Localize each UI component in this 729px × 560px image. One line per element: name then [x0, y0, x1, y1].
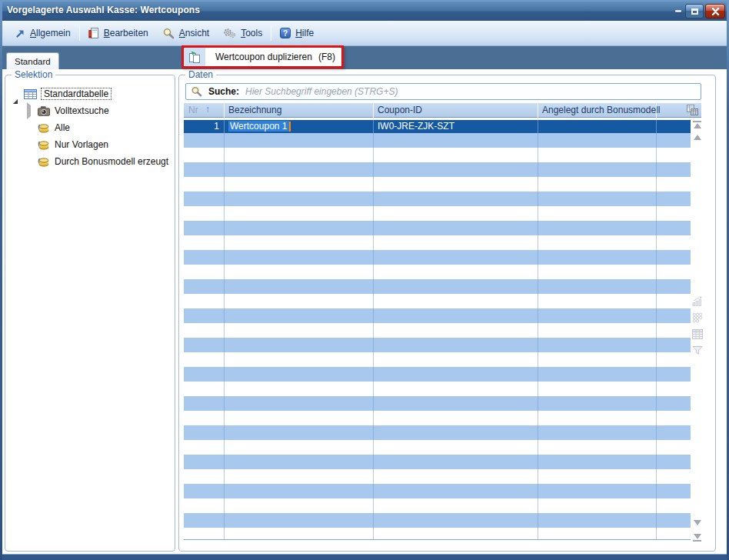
grid-line — [224, 120, 225, 540]
menu-allgemein-label: Allgemein — [30, 28, 71, 38]
close-button[interactable] — [705, 4, 725, 18]
column-separator[interactable] — [224, 103, 225, 118]
column-chooser-button[interactable] — [686, 104, 699, 116]
selektion-panel: Selektion Standardtabelle Volltextsuche — [5, 75, 175, 552]
app-window: Vorgelagerte Auswahl Kasse: Wertcoupons … — [0, 0, 729, 560]
scroll-to-top-button[interactable] — [692, 121, 702, 128]
menu-hilfe[interactable]: ? Hilfe — [273, 25, 321, 42]
menu-separator — [271, 25, 271, 41]
search-placeholder: Hier Suchbegriff eingeben (STRG+S) — [245, 86, 398, 97]
coin-icon — [38, 123, 49, 133]
column-separator[interactable] — [373, 103, 374, 118]
chart-view-icon[interactable] — [692, 295, 702, 306]
minimize-icon — [675, 10, 681, 12]
cell-bezeichnung[interactable]: Wertcoupon 1 — [228, 121, 291, 132]
menu-allgemein[interactable]: Allgemein — [8, 25, 78, 42]
scroll-to-bottom-button[interactable] — [692, 534, 702, 542]
search-label: Suche: — [208, 86, 239, 97]
filter-funnel-icon[interactable] — [692, 345, 702, 355]
text-caret — [289, 122, 291, 132]
camera-icon — [38, 106, 50, 116]
context-menu-item-label: Wertcoupon duplizieren — [215, 52, 312, 62]
scroll-up-button[interactable] — [692, 135, 702, 140]
column-chooser-icon — [686, 104, 699, 116]
daten-panel: Daten Suche: Hier Suchbegriff eingeben (… — [178, 75, 716, 552]
cell-separator — [373, 120, 374, 133]
scroll-down-button[interactable] — [692, 520, 702, 525]
coin-icon — [38, 140, 49, 150]
tree-expanded-icon[interactable] — [13, 88, 18, 99]
magnifier-icon — [162, 28, 175, 39]
window-controls — [673, 4, 725, 18]
tree-item-nur-vorlagen-label: Nur Vorlagen — [55, 139, 108, 150]
search-icon — [191, 86, 202, 97]
window-bottom-frame — [2, 554, 727, 560]
selektion-title: Selektion — [12, 69, 55, 80]
grid-view-icon[interactable] — [692, 329, 702, 339]
cell-nr: 1 — [184, 121, 224, 132]
cell-separator — [224, 120, 225, 133]
help-icon: ? — [280, 28, 291, 38]
menu-tools[interactable]: Tools — [216, 25, 269, 42]
menu-bearbeiten[interactable]: Bearbeiten — [82, 24, 155, 42]
tree-item-nur-vorlagen[interactable]: Nur Vorlagen — [5, 137, 175, 152]
menu-hilfe-label: Hilfe — [295, 28, 314, 38]
table-scroll-strip — [691, 118, 703, 540]
tree-item-standardtabelle[interactable]: Standardtabelle — [5, 86, 175, 102]
menu-tools-label: Tools — [241, 28, 262, 38]
table-row-selected[interactable]: 1 Wertcoupon 1 IW0-JRE-ZJK-SZT — [184, 120, 691, 133]
menu-bearbeiten-label: Bearbeiten — [104, 28, 148, 38]
tree-item-volltextsuche[interactable]: Volltextsuche — [5, 103, 175, 118]
context-menu-item-wertcoupon-duplizieren[interactable]: Wertcoupon duplizieren (F8) — [181, 45, 344, 68]
tree-item-alle[interactable]: Alle — [5, 120, 175, 135]
cell-separator — [538, 120, 538, 133]
duplicate-icon — [188, 51, 201, 63]
grid-line — [538, 120, 538, 540]
menu-separator — [79, 25, 80, 41]
table-header: Nr ↑ Bezeichnung Coupon-ID Angelegt durc… — [184, 103, 701, 118]
table-bottom-border — [184, 539, 691, 540]
column-header-coupon-id[interactable]: Coupon-ID — [378, 105, 422, 115]
titlebar[interactable]: Vorgelagerte Auswahl Kasse: Wertcoupons — [2, 2, 727, 21]
restore-icon — [691, 8, 698, 15]
menubar: Allgemein Bearbeiten Ansicht — [2, 21, 727, 46]
minimize-button[interactable] — [673, 4, 684, 18]
arrow-up-right-icon — [15, 28, 25, 38]
context-menu-icon-cell — [184, 48, 205, 66]
edit-page-icon — [88, 27, 99, 39]
tree-item-durch-bonusmodell-erzeugt[interactable]: Durch Bonusmodell erzeugt — [5, 154, 175, 169]
tree-item-alle-label: Alle — [55, 122, 70, 133]
window-title: Vorgelagerte Auswahl Kasse: Wertcoupons — [7, 5, 200, 15]
menu-ansicht-label: Ansicht — [179, 28, 209, 38]
dots-grid-icon[interactable] — [692, 312, 702, 323]
cell-separator — [656, 120, 657, 133]
menu-ansicht[interactable]: Ansicht — [155, 25, 216, 42]
restore-button[interactable] — [685, 4, 704, 18]
sort-ascending-icon[interactable]: ↑ — [205, 104, 210, 115]
tab-standard[interactable]: Standard — [6, 52, 59, 69]
search-input[interactable]: Suche: Hier Suchbegriff eingeben (STRG+S… — [185, 83, 701, 100]
table-icon — [24, 89, 37, 99]
gears-icon — [223, 28, 236, 38]
grid-line — [656, 120, 657, 540]
tree-item-standardtabelle-label: Standardtabelle — [41, 88, 112, 100]
coin-icon — [38, 157, 49, 167]
column-separator[interactable] — [538, 103, 538, 118]
table-body[interactable] — [184, 133, 691, 539]
tree-item-durch-bonusmodell-erzeugt-label: Durch Bonusmodell erzeugt — [55, 156, 168, 167]
close-icon — [711, 8, 720, 15]
column-header-bezeichnung[interactable]: Bezeichnung — [228, 105, 281, 115]
column-separator[interactable] — [656, 103, 657, 118]
column-header-nr[interactable]: Nr — [188, 105, 198, 115]
tree-item-volltextsuche-label: Volltextsuche — [55, 105, 109, 116]
tab-band: Standard — [2, 46, 727, 69]
column-header-angelegt-durch-bonusmodell[interactable]: Angelegt durch Bonusmodell — [542, 105, 660, 115]
tree-collapsed-icon[interactable] — [27, 105, 31, 116]
cell-coupon-id: IW0-JRE-ZJK-SZT — [378, 121, 454, 132]
daten-title: Daten — [185, 69, 216, 80]
grid-line — [373, 120, 374, 540]
context-menu-item-shortcut: (F8) — [318, 52, 335, 62]
